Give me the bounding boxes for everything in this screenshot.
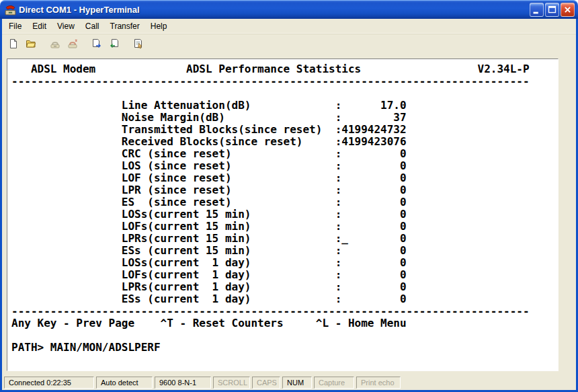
status-connected: Connected 0:22:35 (4, 377, 94, 389)
status-caps-lock: CAPS (252, 377, 280, 389)
receive-file-button[interactable] (106, 36, 122, 52)
open-button[interactable] (23, 36, 39, 52)
status-baud: 9600 8-N-1 (155, 377, 211, 389)
properties-icon (133, 38, 144, 49)
call-phone-icon (50, 38, 60, 49)
status-scroll-lock: SCROLL (213, 377, 250, 389)
status-print-echo: Print echo (356, 377, 401, 389)
status-capture: Capture (314, 377, 354, 389)
terminal-viewport[interactable]: ADSL Modem ADSL Performance Statistics V… (7, 58, 559, 371)
menu-edit[interactable]: Edit (27, 20, 52, 32)
toolbar (2, 33, 576, 53)
new-document-button[interactable] (5, 36, 22, 52)
window-title: Direct COM1 - HyperTerminal (19, 5, 530, 15)
new-document-icon (8, 38, 19, 49)
send-file-button[interactable] (89, 36, 105, 52)
receive-file-icon (109, 38, 120, 49)
hyperterminal-icon[interactable] (4, 3, 16, 15)
disconnect-button[interactable] (65, 36, 81, 52)
status-bar: Connected 0:22:35 Auto detect 9600 8-N-1… (2, 375, 576, 390)
title-bar: Direct COM1 - HyperTerminal (0, 0, 578, 19)
terminal-area: ADSL Modem ADSL Performance Statistics V… (2, 53, 576, 375)
menu-help[interactable]: Help (145, 20, 173, 32)
menu-transfer[interactable]: Transfer (105, 20, 145, 32)
maximize-button[interactable] (545, 3, 559, 17)
menu-view[interactable]: View (52, 20, 80, 32)
hyperterminal-window: Direct COM1 - HyperTerminal File Edit Vi… (0, 0, 578, 392)
menu-file[interactable]: File (3, 20, 27, 32)
call-button[interactable] (47, 36, 63, 52)
menu-bar: File Edit View Call Transfer Help (2, 19, 576, 33)
menu-call[interactable]: Call (80, 20, 105, 32)
properties-button[interactable] (130, 36, 147, 52)
disconnect-phone-icon (67, 38, 78, 49)
open-folder-icon (26, 38, 36, 49)
close-button[interactable] (561, 3, 575, 17)
status-emulation: Auto detect (96, 377, 153, 389)
terminal-screen[interactable]: ADSL Modem ADSL Performance Statistics V… (7, 59, 558, 354)
window-controls (530, 3, 575, 17)
window-body: File Edit View Call Transfer Help (0, 19, 578, 392)
status-num-lock: NUM (282, 377, 312, 389)
send-file-icon (91, 38, 102, 49)
minimize-button[interactable] (530, 3, 544, 17)
